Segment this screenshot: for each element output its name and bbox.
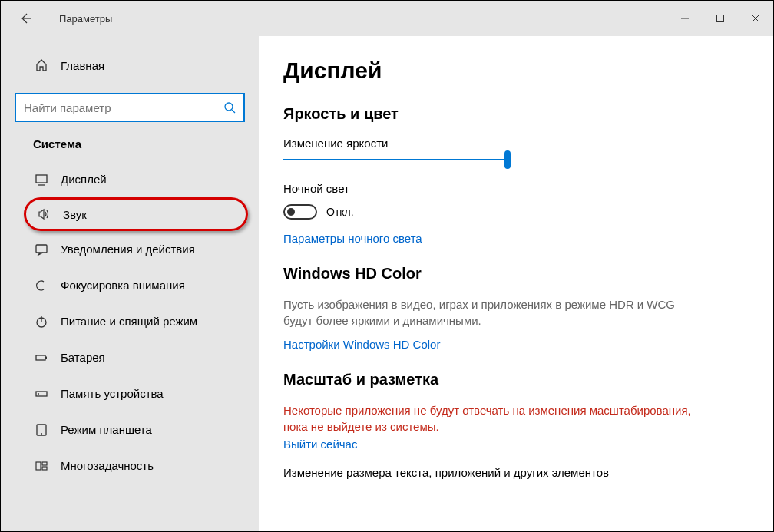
sidebar-item-label: Многозадачность (61, 459, 154, 472)
sidebar-item-label: Фокусировка внимания (61, 279, 185, 292)
multitasking-icon (33, 459, 50, 473)
svg-rect-17 (36, 462, 41, 470)
sidebar-item-battery[interactable]: Батарея (1, 339, 259, 375)
night-light-toggle[interactable] (283, 204, 317, 220)
sidebar-item-label: Дисплей (61, 173, 107, 186)
back-button[interactable] (10, 3, 41, 34)
minimize-button[interactable] (667, 1, 703, 36)
section-hdcolor: Windows HD Color (283, 265, 773, 283)
brightness-slider-label: Изменение яркости (283, 137, 773, 150)
titlebar: Параметры (1, 1, 773, 36)
svg-point-14 (38, 393, 39, 395)
content-pane: Дисплей Яркость и цвет Изменение яркости… (259, 36, 773, 532)
night-light-label: Ночной свет (283, 182, 773, 195)
sidebar-item-sound[interactable]: Звук (24, 197, 248, 231)
scale-warning: Некоторые приложения не будут отвечать н… (283, 402, 698, 435)
notifications-icon (33, 243, 50, 256)
sidebar-home-label: Главная (61, 59, 104, 72)
hdcolor-settings-link[interactable]: Настройки Windows HD Color (283, 338, 440, 351)
svg-point-4 (225, 103, 233, 111)
svg-rect-8 (36, 245, 47, 253)
sidebar-item-display[interactable]: Дисплей (1, 161, 259, 197)
svg-rect-19 (42, 467, 47, 470)
sidebar-item-label: Память устройства (61, 387, 164, 400)
hdcolor-desc: Пусть изображения в видео, играх и прило… (283, 296, 698, 329)
night-light-settings-link[interactable]: Параметры ночного света (283, 232, 422, 245)
search-box[interactable] (15, 93, 245, 122)
sidebar-item-power[interactable]: Питание и спящий режим (1, 303, 259, 339)
search-input[interactable] (24, 101, 223, 114)
window-controls (667, 1, 773, 36)
page-title: Дисплей (283, 58, 773, 84)
section-scale: Масштаб и разметка (283, 371, 773, 388)
section-brightness: Яркость и цвет (283, 105, 773, 123)
text-size-label: Изменение размера текста, приложений и д… (283, 466, 773, 479)
sidebar-item-storage[interactable]: Память устройства (1, 375, 259, 411)
brightness-slider[interactable] (283, 159, 508, 160)
sidebar-item-label: Звук (63, 208, 87, 221)
sidebar-item-notifications[interactable]: Уведомления и действия (1, 231, 259, 267)
home-icon (33, 58, 50, 72)
night-light-state: Откл. (326, 206, 354, 218)
window-title: Параметры (59, 13, 112, 25)
sidebar-item-focus[interactable]: Фокусировка внимания (1, 267, 259, 303)
sidebar-item-multitasking[interactable]: Многозадачность (1, 448, 259, 484)
sidebar-item-label: Уведомления и действия (61, 243, 195, 256)
sidebar-item-label: Питание и спящий режим (61, 315, 197, 328)
sidebar-item-tablet[interactable]: Режим планшета (1, 411, 259, 448)
signout-link[interactable]: Выйти сейчас (283, 438, 357, 451)
display-icon (33, 173, 50, 187)
maximize-button[interactable] (703, 1, 738, 36)
sidebar-home[interactable]: Главная (1, 48, 259, 82)
svg-rect-11 (36, 355, 45, 360)
sound-icon (35, 207, 52, 221)
battery-icon (33, 351, 50, 365)
close-button[interactable] (738, 1, 773, 36)
sidebar-item-label: Режим планшета (61, 423, 152, 436)
focus-icon (33, 279, 50, 292)
search-icon (223, 101, 236, 114)
slider-thumb[interactable] (504, 150, 511, 169)
svg-rect-18 (42, 462, 47, 465)
svg-rect-12 (45, 356, 47, 359)
sidebar-category: Система (1, 122, 259, 161)
svg-rect-1 (717, 15, 724, 22)
sidebar-item-label: Батарея (61, 351, 105, 364)
sidebar: Главная Система Дисплей Звук Уведомления… (1, 36, 259, 532)
tablet-icon (33, 423, 50, 437)
power-icon (33, 315, 50, 329)
storage-icon (33, 387, 50, 401)
svg-line-5 (232, 110, 235, 113)
svg-rect-6 (36, 175, 47, 183)
